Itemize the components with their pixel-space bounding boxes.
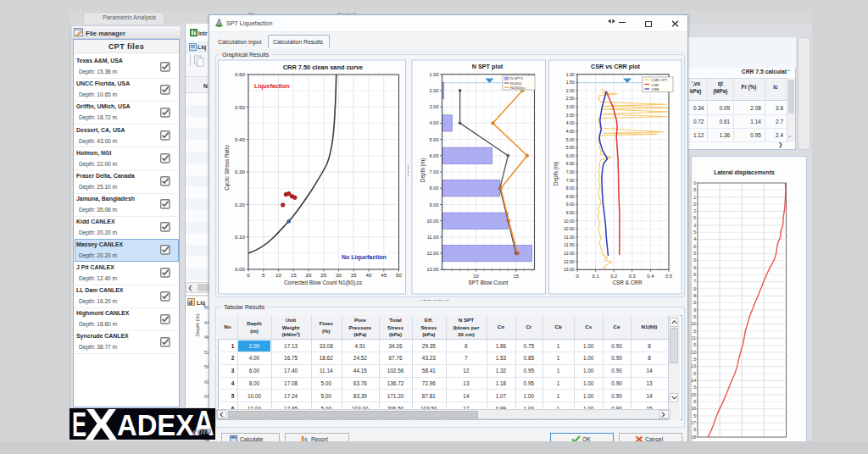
svg-text:0: 0: [247, 272, 250, 278]
svg-text:.5: .5: [693, 300, 696, 305]
svg-text:2.50: 2.50: [566, 96, 575, 101]
svg-text:9.50: 9.50: [566, 210, 575, 215]
svg-text:10: 10: [473, 274, 478, 279]
svg-text:16: 16: [691, 406, 696, 411]
svg-text:.5: .5: [693, 342, 696, 347]
svg-text:CSR CPT: CSR CPT: [651, 78, 668, 82]
svg-text:6.00: 6.00: [566, 153, 575, 158]
svg-text:.5: .5: [693, 427, 696, 432]
svg-text:10.00: 10.00: [564, 219, 575, 224]
svg-text:0.5: 0.5: [665, 274, 672, 279]
svg-text:6.00: 6.00: [430, 153, 439, 158]
svg-text:0.40: 0.40: [235, 136, 246, 142]
svg-text:0.10: 0.10: [235, 234, 246, 240]
svg-text:9.00: 9.00: [566, 202, 575, 207]
svg-text:Corrected Blow Count N1(60),cs: Corrected Blow Count N1(60),cs: [284, 280, 362, 286]
svg-text:0: 0: [693, 180, 696, 185]
svg-text:12.50: 12.50: [564, 259, 575, 264]
svg-text:8.50: 8.50: [566, 194, 575, 199]
svg-text:CRR 7.50 clean sand curve: CRR 7.50 clean sand curve: [283, 64, 363, 71]
svg-text:.5: .5: [693, 399, 696, 404]
svg-text:Liquefaction: Liquefaction: [254, 83, 290, 90]
svg-text:4: 4: [693, 236, 696, 241]
svg-text:17: 17: [691, 420, 696, 425]
svg-text:.5: .5: [693, 413, 696, 418]
svg-text:15: 15: [691, 392, 696, 397]
svg-text:8.00: 8.00: [566, 185, 575, 191]
svg-text:3.00: 3.00: [430, 104, 439, 109]
svg-text:5.00: 5.00: [430, 137, 439, 142]
svg-text:0.2: 0.2: [610, 274, 617, 279]
svg-text:45: 45: [381, 272, 387, 278]
svg-text:10.00: 10.00: [427, 219, 439, 224]
svg-text:ADEX: ADEX: [117, 407, 195, 440]
svg-text:Depth (m): Depth (m): [420, 158, 426, 182]
svg-text:7.00: 7.00: [566, 169, 575, 174]
svg-text:13.00: 13.00: [564, 267, 575, 272]
svg-text:40: 40: [366, 272, 372, 278]
svg-text:0: 0: [576, 274, 578, 279]
svg-text:11.50: 11.50: [564, 242, 574, 247]
svg-text:0.30: 0.30: [235, 169, 246, 174]
svg-text:13: 13: [691, 363, 696, 368]
svg-text:E: E: [72, 404, 86, 443]
svg-text:0.60: 0.60: [235, 71, 246, 77]
svg-text:9: 9: [693, 307, 696, 313]
svg-text:10: 10: [691, 321, 696, 326]
svg-text:0.00: 0.00: [235, 266, 246, 272]
svg-text:.5: .5: [693, 215, 696, 220]
svg-text:3: 3: [693, 223, 696, 228]
svg-text:CRR: CRR: [651, 87, 659, 91]
svg-text:0.1: 0.1: [593, 274, 599, 279]
svg-text:12.00: 12.00: [427, 251, 439, 256]
svg-text:12.00: 12.00: [564, 251, 575, 256]
svg-text:.5: .5: [693, 202, 696, 207]
svg-text:.5: .5: [693, 385, 696, 390]
svg-text:6.50: 6.50: [566, 161, 575, 166]
svg-text:30: 30: [336, 272, 342, 278]
svg-text:6: 6: [693, 265, 696, 270]
svg-text:.5: .5: [693, 286, 696, 291]
svg-text:7: 7: [693, 279, 696, 284]
svg-text:1.50: 1.50: [566, 80, 575, 85]
svg-text:0.20: 0.20: [235, 202, 246, 208]
svg-text:15: 15: [513, 274, 518, 279]
svg-text:4.50: 4.50: [566, 129, 575, 134]
svg-text:1.00: 1.00: [430, 72, 439, 77]
svg-text:7.50: 7.50: [566, 178, 575, 183]
svg-text:.5: .5: [693, 187, 696, 192]
svg-text:.5: .5: [693, 244, 696, 249]
svg-text:10.50: 10.50: [564, 226, 575, 231]
svg-text:N1(60)cs: N1(60)cs: [510, 86, 526, 90]
svg-text:.5: .5: [693, 257, 696, 263]
svg-text:50: 50: [396, 272, 402, 278]
svg-text:0.4: 0.4: [647, 274, 654, 279]
svg-text:25: 25: [320, 272, 326, 278]
svg-text:.5: .5: [693, 230, 696, 235]
svg-text:10: 10: [275, 272, 281, 278]
svg-text:Depth (m): Depth (m): [553, 162, 559, 185]
svg-text:18: 18: [691, 435, 696, 440]
svg-text:0.3: 0.3: [629, 274, 636, 279]
svg-text:CSR & CRR: CSR & CRR: [612, 280, 643, 285]
svg-text:20: 20: [306, 272, 312, 278]
svg-text:11.00: 11.00: [564, 235, 574, 240]
svg-text:No Liquefaction: No Liquefaction: [342, 254, 387, 261]
svg-text:15: 15: [291, 272, 297, 278]
svg-text:35: 35: [351, 272, 357, 278]
svg-text:.5: .5: [693, 357, 696, 362]
svg-text:7.00: 7.00: [430, 169, 439, 174]
svg-text:12: 12: [691, 350, 696, 355]
svg-text:Cyclic Stress Ratio: Cyclic Stress Ratio: [224, 145, 231, 191]
svg-text:SPT Blow Count: SPT Blow Count: [469, 280, 509, 285]
svg-text:1.00: 1.00: [566, 72, 575, 77]
svg-text:14: 14: [691, 378, 696, 383]
svg-text:1: 1: [693, 195, 696, 200]
svg-text:2.00: 2.00: [566, 88, 575, 93]
svg-text:9.00: 9.00: [430, 202, 439, 208]
svg-text:.5: .5: [693, 329, 696, 334]
svg-text:2.00: 2.00: [430, 88, 439, 93]
svg-text:11.00: 11.00: [427, 235, 439, 240]
svg-text:0.50: 0.50: [235, 104, 246, 110]
svg-text:N SPT1: N SPT1: [510, 76, 524, 80]
